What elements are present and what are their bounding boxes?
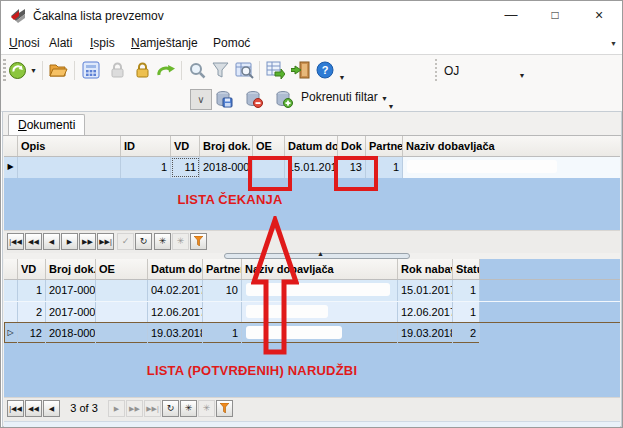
cell-status[interactable]: 1: [453, 302, 480, 322]
open-folder-button[interactable]: [48, 60, 68, 80]
cell-oe[interactable]: [96, 302, 148, 322]
cell-vd[interactable]: 1: [18, 280, 46, 301]
grid2-col-naziv[interactable]: Naziv dobavljača: [242, 259, 398, 279]
grid1-col-vd[interactable]: VD: [171, 136, 200, 156]
go-dropdown-icon[interactable]: ▼: [28, 60, 39, 80]
nav1-refresh-button[interactable]: ↻: [135, 233, 152, 250]
grid2-col-partner[interactable]: Partner: [203, 259, 242, 279]
grid1-col-partner[interactable]: Partner: [366, 136, 403, 156]
grid2-col-broj[interactable]: Broj dok.: [46, 259, 96, 279]
help-button[interactable]: ?: [315, 60, 335, 80]
nav1-first-button[interactable]: |◀◀: [7, 233, 24, 250]
menu-namjestanje[interactable]: Namještanje: [127, 34, 202, 52]
maximize-button[interactable]: □: [535, 1, 575, 29]
grid2-col-vd[interactable]: VD: [18, 259, 46, 279]
unlock-button[interactable]: [132, 60, 152, 80]
calculator-button[interactable]: [81, 60, 101, 80]
cell-rok[interactable]: 19.03.2018: [398, 323, 453, 343]
cell-oe[interactable]: [96, 280, 148, 301]
nav1-filter-button[interactable]: [190, 233, 207, 250]
checkmark-dropdown-button[interactable]: ∨: [190, 89, 212, 110]
nav2-prev-page-button[interactable]: ◀◀: [25, 400, 42, 417]
cell-status[interactable]: 1: [453, 280, 480, 301]
cell-partner[interactable]: 1: [366, 157, 403, 178]
cell-datum[interactable]: 12.06.2017: [148, 302, 203, 322]
nav2-new-button[interactable]: ✳: [180, 400, 197, 417]
cell-rok[interactable]: 15.01.2017: [398, 280, 453, 301]
nav1-prev-button[interactable]: ◀: [43, 233, 60, 250]
cell-partner[interactable]: 1: [203, 323, 242, 343]
nav1-new-button[interactable]: ✳: [154, 233, 171, 250]
grid1-col-naziv[interactable]: Naziv dobavljača: [403, 136, 620, 156]
search-button[interactable]: [187, 60, 207, 80]
cell-oe[interactable]: [96, 323, 148, 343]
nav2-prev-button[interactable]: ◀: [43, 400, 60, 417]
grid1-col-dok[interactable]: Dok: [338, 136, 366, 156]
grid1-col-broj[interactable]: Broj dok.: [200, 136, 253, 156]
remove-layout-button[interactable]: [244, 89, 264, 109]
cell-datum[interactable]: 15.01.2018: [285, 157, 338, 178]
cell-partner[interactable]: 10: [203, 280, 242, 301]
cell-broj[interactable]: 2017-00001: [46, 280, 96, 301]
grid1-col-oe[interactable]: OE: [253, 136, 285, 156]
menu-overflow-icon[interactable]: ▼: [610, 40, 617, 47]
minimize-button[interactable]: —: [491, 1, 531, 29]
cell-naziv[interactable]: [242, 302, 398, 322]
oj-dropdown-icon[interactable]: ▼: [516, 65, 528, 85]
cell-dok[interactable]: 13: [338, 157, 366, 178]
grid1-row[interactable]: ▶ 1 11 2018-00001 15.01.2018 13 1: [4, 157, 620, 178]
add-layout-button[interactable]: [274, 89, 294, 109]
filter-button[interactable]: [210, 60, 230, 80]
menu-unosi[interactable]: Unosi: [5, 34, 44, 52]
advanced-search-button[interactable]: [234, 60, 254, 80]
toolbar-grip[interactable]: [3, 59, 6, 82]
cell-oe[interactable]: [253, 157, 285, 178]
grid1-col-datum[interactable]: Datum dol: [285, 136, 338, 156]
cell-naziv[interactable]: [242, 280, 398, 301]
cell-broj[interactable]: 2018-00001: [200, 157, 253, 178]
cell-datum[interactable]: 04.02.2017: [148, 280, 203, 301]
waiting-list-grid: Opis ID VD Broj dok. OE Datum dol Dok Pa…: [4, 136, 620, 230]
export-table-button[interactable]: [265, 60, 285, 80]
cell-naziv[interactable]: [242, 323, 398, 343]
grid2-col-status[interactable]: Status: [453, 259, 480, 279]
close-button[interactable]: ×: [579, 1, 619, 29]
menu-pomoc[interactable]: Pomoć: [209, 34, 254, 52]
nav2-filter-button[interactable]: [216, 400, 233, 417]
go-button[interactable]: [7, 60, 27, 80]
cell-broj[interactable]: 2018-00002: [46, 323, 96, 343]
cell-rok[interactable]: 12.06.2017: [398, 302, 453, 322]
cell-vd[interactable]: 11: [171, 157, 200, 178]
cell-broj[interactable]: 2017-00001: [46, 302, 96, 322]
menu-alati[interactable]: Alati: [45, 34, 76, 52]
grid1-col-opis[interactable]: Opis: [18, 136, 121, 156]
grid2-row-1[interactable]: 1 2017-00001 04.02.2017 10 15.01.2017 1: [4, 280, 620, 301]
grid2-col-datum[interactable]: Datum dol: [148, 259, 203, 279]
grid2-col-oe[interactable]: OE: [96, 259, 148, 279]
grid2-row-3-selected[interactable]: ▷ 12 2018-00002 19.03.2018 1 19.03.2018 …: [4, 322, 620, 343]
nav1-next-button[interactable]: ▶: [61, 233, 78, 250]
nav2-refresh-button[interactable]: ↻: [162, 400, 179, 417]
nav1-last-button[interactable]: ▶▶|: [97, 233, 114, 250]
menu-ispis[interactable]: Ispis: [86, 34, 119, 52]
run-filter-button[interactable]: Pokrenuti filtar ▼: [301, 90, 388, 104]
cell-opis[interactable]: [18, 157, 121, 178]
exit-button[interactable]: [290, 60, 310, 80]
nav1-next-page-button[interactable]: ▶▶: [79, 233, 96, 250]
grid2-col-rok[interactable]: Rok nabav: [398, 259, 453, 279]
cell-status[interactable]: 2: [453, 323, 480, 343]
cell-partner[interactable]: [203, 302, 242, 322]
nav1-prev-page-button[interactable]: ◀◀: [25, 233, 42, 250]
nav2-first-button[interactable]: |◀◀: [7, 400, 24, 417]
redo-button[interactable]: [156, 60, 176, 80]
toolbar-overflow-icon[interactable]: ▼: [337, 67, 347, 87]
cell-vd[interactable]: 2: [18, 302, 46, 322]
grid1-col-id[interactable]: ID: [121, 136, 171, 156]
collapse-chevron-icon[interactable]: ▲: [317, 250, 324, 257]
cell-id[interactable]: 1: [121, 157, 171, 178]
grid2-row-2[interactable]: 2 2017-00001 12.06.2017 12.06.2017 1: [4, 301, 620, 322]
cell-vd[interactable]: 12: [18, 323, 46, 343]
save-layout-button[interactable]: [214, 89, 234, 109]
cell-datum[interactable]: 19.03.2018: [148, 323, 203, 343]
cell-naziv[interactable]: [403, 157, 620, 178]
